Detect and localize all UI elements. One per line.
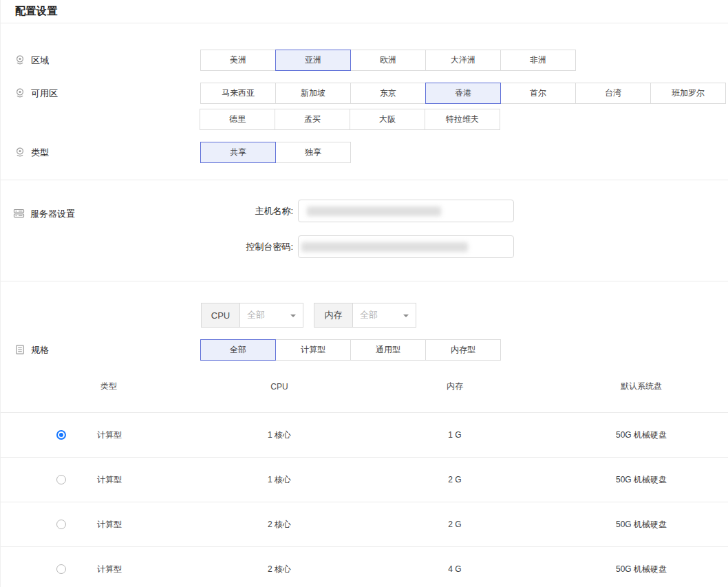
- console-password-label: 控制台密码:: [200, 241, 293, 253]
- row-type: 计算型: [80, 519, 204, 531]
- region-option-button[interactable]: 大洋洲: [425, 50, 501, 71]
- type-options: 共享独享: [200, 142, 728, 163]
- zone-option-button[interactable]: 台湾: [575, 83, 651, 104]
- row-radio-cell: [1, 564, 80, 574]
- spec-table-body: 计算型 1 核心 1 G 50G 机械硬盘 计算型 1 核心 2 G 50G 机…: [1, 413, 728, 587]
- zone-option-button[interactable]: 新加坡: [275, 83, 351, 104]
- type-label-cell: 类型: [1, 142, 200, 159]
- row-disk: 50G 机械硬盘: [555, 519, 728, 531]
- spec-section: CPU 全部 内存 全部: [1, 281, 728, 587]
- type-option-button[interactable]: 独享: [275, 142, 351, 163]
- spec-table: 类型 CPU 内存 默认系统盘 计算型 1 核心 1 G 50G 机械硬盘: [1, 361, 728, 587]
- region-label-cell: 区域: [1, 50, 200, 67]
- cpu-filter-value: 全部: [247, 309, 265, 321]
- cpu-filter-select[interactable]: 全部: [240, 303, 303, 328]
- spec-tab-button[interactable]: 内存型: [425, 339, 501, 361]
- server-settings-section: 服务器设置 主机名称: 控制台密码:: [1, 180, 728, 281]
- zone-options: 马来西亚新加坡东京香港首尔台湾班加罗尔德里孟买大阪特拉维夫: [200, 83, 728, 130]
- header-disk: 默认系统盘: [555, 381, 728, 392]
- header-memory: 内存: [355, 381, 555, 392]
- spec-tab-button[interactable]: 全部: [200, 339, 276, 361]
- spec-radio[interactable]: [56, 430, 66, 440]
- region-label: 区域: [31, 54, 49, 67]
- server-settings-label-cell: 服务器设置: [1, 180, 200, 281]
- zone-option-button[interactable]: 香港: [425, 83, 501, 104]
- hostname-input[interactable]: [298, 200, 514, 222]
- row-type: 计算型: [80, 564, 204, 575]
- row-memory: 2 G: [355, 520, 555, 529]
- zone-option-button[interactable]: 东京: [350, 83, 426, 104]
- server-stack-icon: [13, 208, 25, 219]
- console-password-input[interactable]: [298, 235, 514, 258]
- location-pin-icon: [14, 54, 25, 65]
- row-memory: 1 G: [355, 430, 555, 440]
- row-radio-cell: [1, 430, 80, 440]
- region-option-button[interactable]: 亚洲: [275, 50, 351, 71]
- row-cpu: 2 核心: [204, 564, 355, 575]
- caret-down-icon: [290, 314, 296, 320]
- caret-down-icon: [403, 314, 409, 320]
- zone-option-button[interactable]: 首尔: [500, 83, 576, 104]
- zone-option-button[interactable]: 班加罗尔: [650, 83, 726, 104]
- region-option-button[interactable]: 非洲: [500, 50, 576, 71]
- row-type: 计算型: [80, 474, 204, 486]
- spec-radio[interactable]: [56, 564, 66, 574]
- hostname-row: 主机名称:: [200, 200, 514, 222]
- zone-option-button[interactable]: 德里: [200, 109, 275, 130]
- row-cpu: 1 核心: [204, 429, 355, 441]
- cpu-filter: CPU 全部: [201, 303, 303, 328]
- row-memory: 2 G: [355, 475, 555, 484]
- page-header: 配置设置: [1, 0, 728, 23]
- console-password-row: 控制台密码:: [200, 235, 514, 258]
- spec-tab-button[interactable]: 计算型: [275, 339, 351, 361]
- spec-table-row[interactable]: 计算型 2 核心 4 G 50G 机械硬盘: [1, 547, 728, 587]
- hostname-label: 主机名称:: [200, 205, 293, 217]
- spec-label: 规格: [31, 344, 49, 356]
- memory-filter-select[interactable]: 全部: [353, 303, 416, 328]
- spec-tabs: 全部计算型通用型内存型: [200, 339, 728, 361]
- region-option-button[interactable]: 美洲: [200, 50, 276, 71]
- spec-radio[interactable]: [56, 475, 66, 484]
- server-fields: 主机名称: 控制台密码:: [200, 180, 514, 281]
- spec-list-icon: [14, 344, 25, 355]
- cpu-filter-label: CPU: [201, 303, 240, 328]
- spec-table-header: 类型 CPU 内存 默认系统盘: [1, 361, 728, 413]
- zone-option-button[interactable]: 特拉维夫: [425, 109, 500, 130]
- console-password-redacted-value: [301, 242, 468, 252]
- type-label: 类型: [31, 147, 49, 159]
- location-section: 区域 美洲亚洲欧洲大洋洲非洲 可用区 马来西亚新加坡东京香港首尔台湾班加罗尔德里…: [1, 23, 728, 180]
- spec-label-cell: 规格: [1, 339, 200, 356]
- location-pin-icon: [14, 87, 25, 98]
- hostname-redacted-value: [307, 206, 441, 216]
- region-option-button[interactable]: 欧洲: [350, 50, 426, 71]
- config-panel: 配置设置 区域 美洲亚洲欧洲大洋洲非洲: [0, 0, 728, 587]
- spec-table-row[interactable]: 计算型 1 核心 2 G 50G 机械硬盘: [1, 458, 728, 502]
- region-row: 区域 美洲亚洲欧洲大洋洲非洲: [1, 50, 728, 71]
- region-options: 美洲亚洲欧洲大洋洲非洲: [200, 50, 728, 71]
- memory-filter-value: 全部: [360, 309, 378, 321]
- location-pin-icon: [14, 147, 25, 158]
- page-title: 配置设置: [15, 5, 58, 18]
- spec-radio[interactable]: [56, 520, 66, 529]
- row-cpu: 2 核心: [204, 519, 355, 531]
- row-cpu: 1 核心: [204, 474, 355, 486]
- header-cpu: CPU: [204, 382, 355, 392]
- row-radio-cell: [1, 520, 80, 529]
- row-disk: 50G 机械硬盘: [555, 564, 728, 575]
- zone-option-button[interactable]: 孟买: [275, 109, 350, 130]
- memory-filter: 内存 全部: [314, 303, 416, 328]
- row-disk: 50G 机械硬盘: [555, 429, 728, 441]
- type-row: 类型 共享独享: [1, 142, 728, 163]
- type-option-button[interactable]: 共享: [200, 142, 276, 163]
- spec-tab-button[interactable]: 通用型: [350, 339, 426, 361]
- spec-filters: CPU 全部 内存 全部: [201, 303, 728, 328]
- spec-table-row[interactable]: 计算型 2 核心 2 G 50G 机械硬盘: [1, 502, 728, 547]
- memory-filter-label: 内存: [314, 303, 353, 328]
- header-type: 类型: [80, 381, 204, 392]
- zone-option-button[interactable]: 大阪: [350, 109, 425, 130]
- spec-table-row[interactable]: 计算型 1 核心 1 G 50G 机械硬盘: [1, 413, 728, 458]
- row-type: 计算型: [80, 429, 204, 441]
- zone-option-button[interactable]: 马来西亚: [200, 83, 276, 104]
- zone-row: 可用区 马来西亚新加坡东京香港首尔台湾班加罗尔德里孟买大阪特拉维夫: [1, 83, 728, 130]
- row-disk: 50G 机械硬盘: [555, 474, 728, 486]
